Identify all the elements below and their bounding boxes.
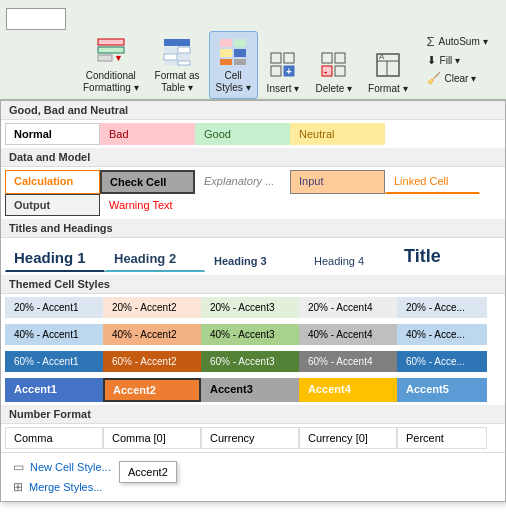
svg-rect-17 — [271, 53, 281, 63]
style-20-accent5[interactable]: 20% - Acce... — [397, 297, 487, 318]
delete-icon: - — [318, 49, 350, 81]
fill-icon: ⬇ — [427, 54, 436, 67]
svg-rect-9 — [164, 61, 177, 65]
svg-rect-7 — [164, 54, 177, 60]
svg-rect-23 — [335, 53, 345, 63]
style-percent[interactable]: Percent — [397, 427, 487, 449]
svg-rect-18 — [284, 53, 294, 63]
clear-icon: 🧹 — [427, 72, 441, 85]
section-data-model: Data and Model — [1, 148, 505, 167]
style-40-accent2[interactable]: 40% - Accent2 — [103, 324, 201, 345]
themed-row4: Accent1 Accent2 Accent3 Accent4 Accent5 — [1, 375, 505, 405]
cell-styles-dropdown: Good, Bad and Neutral Normal Bad Good Ne… — [0, 100, 506, 502]
section-titles-headings: Titles and Headings — [1, 219, 505, 238]
section-number-format: Number Format — [1, 405, 505, 424]
delete-label: Delete ▾ — [315, 83, 352, 94]
merge-styles-link[interactable]: ⊞ Merge Styles... — [9, 477, 497, 497]
insert-label: Insert ▾ — [267, 83, 300, 94]
format-as-table-label: Format asTable ▾ — [155, 70, 200, 94]
style-accent1[interactable]: Accent1 — [5, 378, 103, 402]
style-accent2[interactable]: Accent2 — [103, 378, 201, 402]
clear-label: Clear ▾ — [445, 73, 477, 84]
svg-rect-14 — [234, 49, 246, 57]
svg-rect-12 — [234, 39, 246, 47]
style-60-accent3[interactable]: 60% - Accent3 — [201, 351, 299, 372]
style-warning-text[interactable]: Warning Text — [100, 194, 195, 216]
merge-styles-label: Merge Styles... — [29, 481, 102, 493]
format-as-table-icon — [161, 36, 193, 68]
style-comma[interactable]: Comma — [5, 427, 103, 449]
ribbon: ▼ ConditionalFormatting ▾ Format asTable… — [0, 0, 506, 100]
style-40-accent4[interactable]: 40% - Accent4 — [299, 324, 397, 345]
style-linked-cell[interactable]: Linked Cell — [385, 170, 480, 194]
svg-text:-: - — [324, 66, 327, 77]
style-accent4[interactable]: Accent4 — [299, 378, 397, 402]
svg-rect-15 — [220, 59, 232, 65]
bottom-links: ▭ New Cell Style... ⊞ Merge Styles... — [1, 452, 505, 501]
style-20-accent2[interactable]: 20% - Accent2 — [103, 297, 201, 318]
style-bad[interactable]: Bad — [100, 123, 195, 145]
style-check-cell[interactable]: Check Cell — [100, 170, 195, 194]
conditional-formatting-label: ConditionalFormatting ▾ — [83, 70, 139, 94]
svg-text:▼: ▼ — [114, 53, 123, 63]
style-accent5[interactable]: Accent5 — [397, 378, 487, 402]
style-60-accent4[interactable]: 60% - Accent4 — [299, 351, 397, 372]
svg-rect-6 — [178, 47, 190, 53]
cell-styles-icon — [217, 36, 249, 68]
format-button[interactable]: A Format ▾ — [361, 44, 414, 99]
style-40-accent1[interactable]: 40% - Accent1 — [5, 324, 103, 345]
insert-icon: + — [267, 49, 299, 81]
name-box[interactable] — [6, 8, 66, 30]
cell-styles-button[interactable]: CellStyles ▾ — [209, 31, 258, 99]
style-40-accent5[interactable]: 40% - Acce... — [397, 324, 487, 345]
style-heading4[interactable]: Heading 4 — [305, 250, 395, 272]
svg-rect-10 — [178, 61, 190, 65]
themed-row1: 20% - Accent1 20% - Accent2 20% - Accent… — [1, 294, 505, 321]
style-heading1[interactable]: Heading 1 — [5, 244, 105, 272]
style-20-accent3[interactable]: 20% - Accent3 — [201, 297, 299, 318]
svg-rect-8 — [178, 54, 190, 60]
style-output[interactable]: Output — [5, 194, 100, 216]
style-20-accent1[interactable]: 20% - Accent1 — [5, 297, 103, 318]
svg-text:A: A — [379, 52, 385, 61]
svg-rect-16 — [234, 59, 246, 65]
style-currency0[interactable]: Currency [0] — [299, 427, 397, 449]
style-good[interactable]: Good — [195, 123, 290, 145]
svg-rect-25 — [335, 66, 345, 76]
format-as-table-button[interactable]: Format asTable ▾ — [148, 31, 207, 99]
new-cell-style-icon: ▭ — [13, 460, 24, 474]
style-currency[interactable]: Currency — [201, 427, 299, 449]
style-60-accent5[interactable]: 60% - Acce... — [397, 351, 487, 372]
conditional-formatting-button[interactable]: ▼ ConditionalFormatting ▾ — [76, 31, 146, 99]
autosum-button[interactable]: Σ AutoSum ▾ — [421, 32, 494, 51]
svg-rect-13 — [220, 49, 232, 57]
style-accent3[interactable]: Accent3 — [201, 378, 299, 402]
merge-styles-icon: ⊞ — [13, 480, 23, 494]
delete-button[interactable]: - Delete ▾ — [308, 44, 359, 99]
fill-label: Fill ▾ — [440, 55, 461, 66]
format-icon: A — [372, 49, 404, 81]
style-neutral[interactable]: Neutral — [290, 123, 385, 145]
style-60-accent1[interactable]: 60% - Accent1 — [5, 351, 103, 372]
style-heading2[interactable]: Heading 2 — [105, 246, 205, 272]
style-20-accent4[interactable]: 20% - Accent4 — [299, 297, 397, 318]
style-comma0[interactable]: Comma [0] — [103, 427, 201, 449]
new-cell-style-link[interactable]: ▭ New Cell Style... — [9, 457, 497, 477]
style-input[interactable]: Input — [290, 170, 385, 194]
style-explanatory[interactable]: Explanatory ... — [195, 170, 290, 194]
svg-rect-4 — [164, 39, 190, 46]
number-format-grid: Comma Comma [0] Currency Currency [0] Pe… — [1, 424, 505, 452]
style-40-accent3[interactable]: 40% - Accent3 — [201, 324, 299, 345]
fill-button[interactable]: ⬇ Fill ▾ — [421, 52, 494, 69]
svg-rect-11 — [220, 39, 232, 47]
style-title[interactable]: Title — [395, 241, 455, 272]
insert-button[interactable]: + Insert ▾ — [260, 44, 307, 99]
style-60-accent2[interactable]: 60% - Accent2 — [103, 351, 201, 372]
style-calculation[interactable]: Calculation — [5, 170, 100, 194]
autosum-label: AutoSum ▾ — [439, 36, 488, 47]
cell-styles-label: CellStyles ▾ — [216, 70, 251, 94]
style-heading3[interactable]: Heading 3 — [205, 250, 305, 272]
style-normal[interactable]: Normal — [5, 123, 100, 145]
svg-rect-0 — [98, 39, 124, 45]
clear-button[interactable]: 🧹 Clear ▾ — [421, 70, 494, 87]
